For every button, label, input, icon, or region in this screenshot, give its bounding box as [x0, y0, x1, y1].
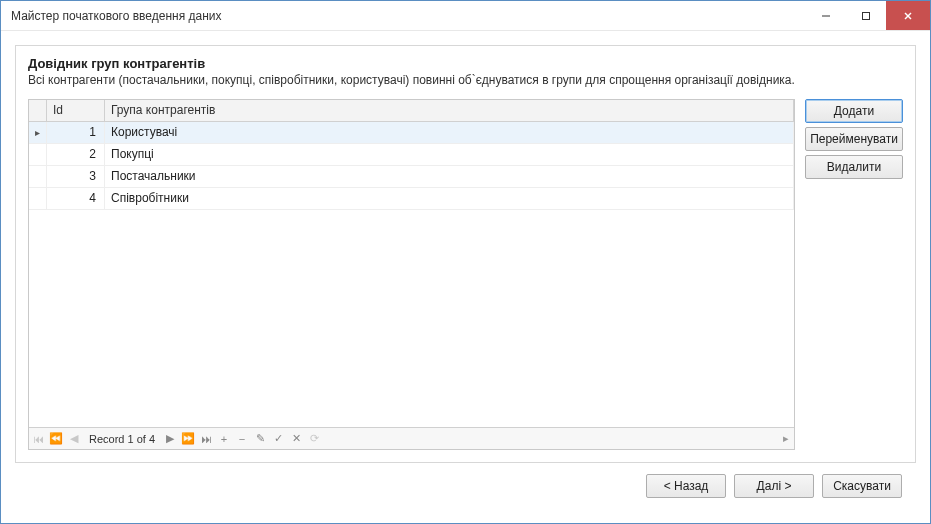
cell-id: 2: [47, 144, 105, 165]
delete-button[interactable]: Видалити: [805, 155, 903, 179]
maximize-button[interactable]: [846, 1, 886, 30]
nav-add-icon[interactable]: +: [215, 429, 233, 449]
nav-accept-icon[interactable]: ✓: [269, 429, 287, 449]
panel-heading: Довідник груп контрагентів: [28, 56, 903, 71]
nav-edit-icon[interactable]: ✎: [251, 429, 269, 449]
record-navigator: ⏮ ⏪ ◀ Record 1 of 4 ▶ ⏩ ⏭ + − ✎ ✓ ✕ ⟳: [29, 427, 794, 449]
next-button[interactable]: Далі >: [734, 474, 814, 498]
row-indicator-icon: [29, 166, 47, 187]
panel-body: Id Група контрагентів ▸1Користувачі2Поку…: [28, 99, 903, 450]
nav-refresh-icon[interactable]: ⟳: [305, 429, 323, 449]
cell-group: Співробітники: [105, 188, 794, 209]
cell-group: Покупці: [105, 144, 794, 165]
table-row[interactable]: 2Покупці: [29, 144, 794, 166]
grid-header: Id Група контрагентів: [29, 100, 794, 122]
column-header-group[interactable]: Група контрагентів: [105, 100, 794, 121]
column-header-id[interactable]: Id: [47, 100, 105, 121]
row-indicator-header: [29, 100, 47, 121]
window-title: Майстер початкового введення даних: [11, 9, 806, 23]
nav-remove-icon[interactable]: −: [233, 429, 251, 449]
nav-next-icon[interactable]: ▶: [161, 429, 179, 449]
cell-id: 4: [47, 188, 105, 209]
row-indicator-icon: ▸: [29, 122, 47, 143]
nav-prev-page-icon[interactable]: ⏪: [47, 429, 65, 449]
close-button[interactable]: [886, 1, 930, 30]
cell-id: 3: [47, 166, 105, 187]
panel-subtext: Всі контрагенти (постачальники, покупці,…: [28, 73, 903, 87]
cancel-button[interactable]: Скасувати: [822, 474, 902, 498]
data-grid[interactable]: Id Група контрагентів ▸1Користувачі2Поку…: [28, 99, 795, 450]
table-row[interactable]: ▸1Користувачі: [29, 122, 794, 144]
nav-next-page-icon[interactable]: ⏩: [179, 429, 197, 449]
window-controls: [806, 1, 930, 30]
main-panel: Довідник груп контрагентів Всі контраген…: [15, 45, 916, 463]
cell-group: Користувачі: [105, 122, 794, 143]
grid-rows: ▸1Користувачі2Покупці3Постачальники4Спів…: [29, 122, 794, 427]
nav-last-icon[interactable]: ⏭: [197, 429, 215, 449]
row-indicator-icon: [29, 144, 47, 165]
side-button-panel: Додати Перейменувати Видалити: [805, 99, 903, 450]
nav-first-icon[interactable]: ⏮: [29, 429, 47, 449]
wizard-footer: < Назад Далі > Скасувати: [15, 463, 916, 509]
svg-rect-1: [863, 12, 870, 19]
table-row[interactable]: 3Постачальники: [29, 166, 794, 188]
rename-button[interactable]: Перейменувати: [805, 127, 903, 151]
nav-cancel-icon[interactable]: ✕: [287, 429, 305, 449]
titlebar: Майстер початкового введення даних: [1, 1, 930, 31]
back-button[interactable]: < Назад: [646, 474, 726, 498]
minimize-button[interactable]: [806, 1, 846, 30]
cell-id: 1: [47, 122, 105, 143]
add-button[interactable]: Додати: [805, 99, 903, 123]
table-row[interactable]: 4Співробітники: [29, 188, 794, 210]
wizard-window: Майстер початкового введення даних Довід…: [0, 0, 931, 524]
content-area: Довідник груп контрагентів Всі контраген…: [1, 31, 930, 523]
nav-scroll-right-icon[interactable]: ▸: [778, 429, 794, 449]
nav-prev-icon[interactable]: ◀: [65, 429, 83, 449]
record-position-text: Record 1 of 4: [83, 433, 161, 445]
cell-group: Постачальники: [105, 166, 794, 187]
row-indicator-icon: [29, 188, 47, 209]
